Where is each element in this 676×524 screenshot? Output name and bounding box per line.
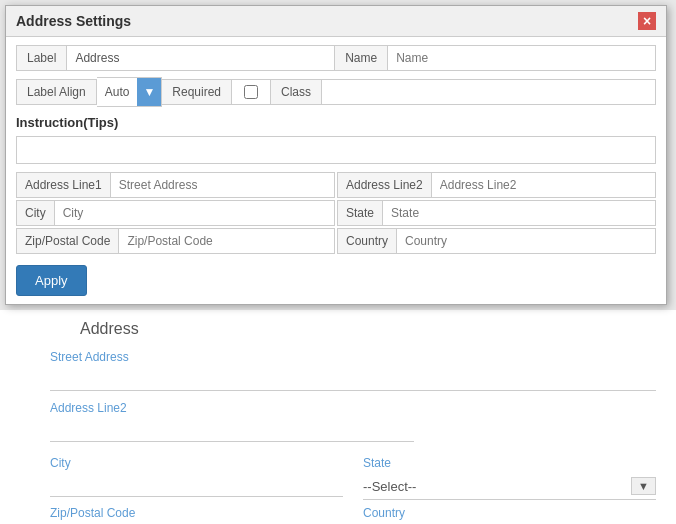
class-field-label: Class: [271, 79, 322, 105]
country-half: Country: [337, 228, 656, 254]
bg-zip-label: Zip/Postal Code: [50, 506, 343, 520]
class-field-input[interactable]: [322, 79, 656, 105]
required-checkbox[interactable]: [244, 85, 258, 99]
bg-city-label: City: [50, 456, 343, 470]
country-input[interactable]: [397, 228, 656, 254]
address-settings-modal: Address Settings × Label Name Label Alig…: [5, 5, 667, 305]
country-label: Country: [337, 228, 397, 254]
zip-half: Zip/Postal Code: [16, 228, 335, 254]
name-field-label: Name: [335, 45, 388, 71]
addr-line2-label: Address Line2: [337, 172, 432, 198]
bg-city-input[interactable]: [50, 473, 343, 497]
align-required-class-row: Label Align Auto ▼ Required Class: [16, 77, 656, 107]
state-input[interactable]: [383, 200, 656, 226]
required-label: Required: [162, 79, 232, 105]
bg-addr2-label: Address Line2: [50, 401, 656, 415]
modal-title: Address Settings: [16, 13, 131, 29]
bg-state-dropdown-btn[interactable]: ▼: [631, 477, 656, 495]
zip-country-row: Zip/Postal Code Country: [16, 228, 656, 254]
label-align-select[interactable]: Auto ▼: [97, 77, 163, 107]
city-state-row: City State: [16, 200, 656, 226]
bg-state-label: State: [363, 456, 656, 470]
bg-street-label: Street Address: [50, 350, 656, 364]
label-field-input[interactable]: [67, 45, 335, 71]
zip-input[interactable]: [119, 228, 335, 254]
addr-line2-input[interactable]: [432, 172, 656, 198]
modal-body: Label Name Label Align Auto ▼ Required C…: [6, 37, 666, 304]
state-label: State: [337, 200, 383, 226]
label-align-label: Label Align: [16, 79, 97, 105]
label-align-value: Auto: [97, 80, 138, 104]
required-checkbox-cell: [232, 79, 271, 105]
city-half: City: [16, 200, 335, 226]
label-align-dropdown-btn[interactable]: ▼: [137, 78, 161, 106]
name-field-input[interactable]: [388, 45, 656, 71]
city-input[interactable]: [55, 200, 335, 226]
instructions-label: Instruction(Tips): [16, 115, 656, 130]
addr-line1-half: Address Line1: [16, 172, 335, 198]
addr-line1-label: Address Line1: [16, 172, 111, 198]
addr-line1-row: Address Line1 Address Line2: [16, 172, 656, 198]
state-half: State: [337, 200, 656, 226]
addr-line2-half: Address Line2: [337, 172, 656, 198]
label-name-row: Label Name: [16, 45, 656, 71]
bg-addr2-input[interactable]: [50, 418, 414, 442]
bg-form-title: Address: [80, 320, 656, 338]
instructions-input[interactable]: [16, 136, 656, 164]
addr-line1-input[interactable]: [111, 172, 335, 198]
bg-state-select[interactable]: --Select-- ▼: [363, 473, 656, 500]
apply-button[interactable]: Apply: [16, 265, 87, 296]
bg-state-value: --Select--: [363, 479, 631, 494]
city-label: City: [16, 200, 55, 226]
modal-header: Address Settings ×: [6, 6, 666, 37]
zip-label: Zip/Postal Code: [16, 228, 119, 254]
bg-street-input[interactable]: [50, 367, 656, 391]
label-field-label: Label: [16, 45, 67, 71]
bg-country-label: Country: [363, 506, 656, 520]
close-button[interactable]: ×: [638, 12, 656, 30]
